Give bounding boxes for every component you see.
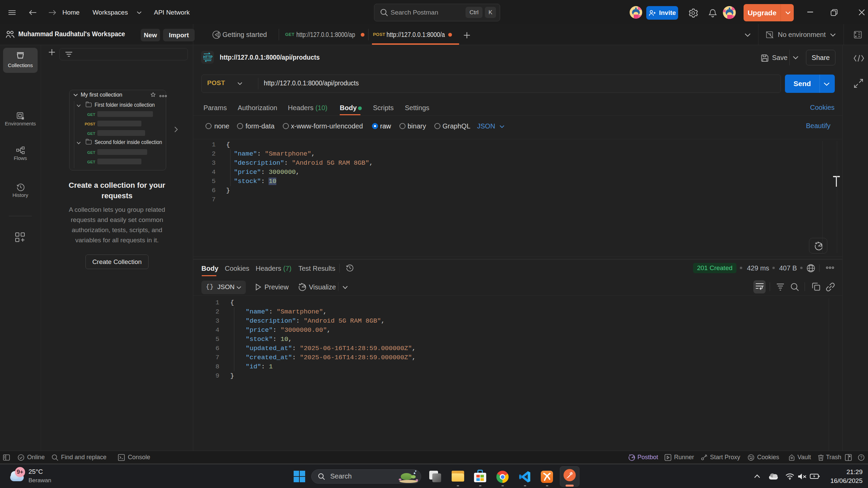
svg-text:HTTP: HTTP — [203, 55, 213, 59]
svg-text:?: ? — [860, 455, 863, 460]
